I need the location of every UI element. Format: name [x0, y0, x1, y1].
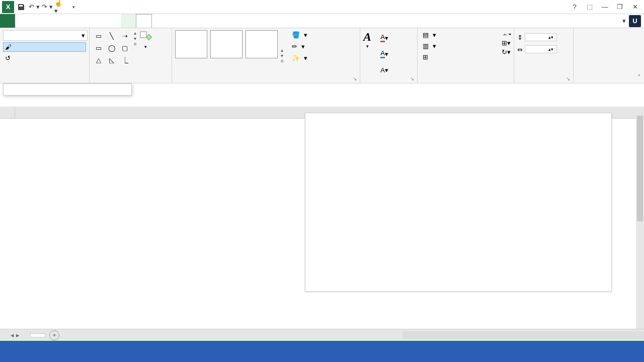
height-icon: ⇕	[517, 34, 523, 41]
quick-styles-button[interactable]: A ▾	[363, 30, 371, 81]
dialog-launcher-icon[interactable]: ↘	[566, 76, 572, 82]
maximize-icon[interactable]: ❐	[613, 1, 627, 13]
selection-pane-icon: ⊞	[423, 53, 428, 61]
height-input[interactable]: ▴▾	[525, 33, 557, 41]
shape-textbox-icon[interactable]: ▭	[93, 30, 105, 41]
collapse-ribbon-icon[interactable]: ˄	[637, 73, 641, 81]
title-bar: X ↶ ▾ ↷ ▾ ☝ ▾ ▾ ? ⬚ — ❐ ✕	[0, 0, 644, 14]
tab-file[interactable]	[0, 14, 15, 28]
shape-gallery[interactable]: ▭ ╲ ➝ ▭ ◯ ▢ △ ◺ ⎿	[93, 30, 131, 81]
quick-access-toolbar: X ↶ ▾ ↷ ▾ ☝ ▾ ▾	[0, 1, 79, 13]
help-icon[interactable]: ?	[568, 1, 582, 13]
embedded-chart[interactable]	[305, 113, 612, 292]
group-shape-styles: ▴▾≡ 🪣 ▾ ✏ ▾ ✨ ▾ ↘	[172, 28, 360, 83]
dialog-launcher-icon[interactable]: ↘	[353, 76, 359, 82]
select-all-corner[interactable]	[0, 107, 15, 119]
format-selection-button[interactable]: 🖌	[3, 42, 86, 52]
sheet-tab-bar: ◂ ▸ +	[0, 329, 644, 341]
touch-mode-icon[interactable]: ☝ ▾	[54, 1, 66, 13]
signed-in-user[interactable]: ▾ U	[619, 14, 644, 28]
group-label	[363, 81, 414, 82]
group-insert-shapes: ▭ ╲ ➝ ▭ ◯ ▢ △ ◺ ⎿ ▴▾≡ ▾	[90, 28, 172, 83]
tab-view[interactable]	[106, 14, 121, 28]
width-input[interactable]: ▴▾	[525, 45, 557, 53]
shape-rect-icon[interactable]: ▭	[93, 42, 105, 53]
shape-roundrect-icon[interactable]: ▢	[119, 42, 131, 53]
group-label	[517, 81, 570, 82]
undo-icon[interactable]: ↶ ▾	[28, 1, 40, 13]
group-icon[interactable]: ⊞▾	[502, 39, 512, 47]
shape-oval-icon[interactable]: ◯	[106, 42, 118, 53]
change-shape-button[interactable]: ▾	[139, 30, 153, 81]
selection-pane-button[interactable]: ⊞	[421, 52, 511, 62]
svg-rect-0	[140, 32, 146, 38]
group-arrange: ▤ ▾ ▥ ▾ ⊞ ⫠▾ ⊞▾ ↻▾	[418, 28, 514, 83]
sheet-tab[interactable]	[30, 333, 45, 337]
tab-design[interactable]	[121, 14, 136, 28]
horizontal-scrollbar[interactable]	[403, 331, 644, 339]
group-label	[93, 81, 169, 82]
shape-fill-button[interactable]: 🪣 ▾	[290, 30, 309, 40]
qat-customize-icon[interactable]: ▾	[67, 1, 79, 13]
tab-formulas[interactable]	[60, 14, 75, 28]
minimize-icon[interactable]: —	[598, 1, 612, 13]
send-backward-icon: ▥	[423, 42, 429, 50]
shape-rtriangle-icon[interactable]: ◺	[106, 54, 118, 65]
avatar: U	[629, 15, 641, 27]
outline-icon: ✏	[292, 43, 297, 50]
sheet-tab-nav[interactable]: ◂ ▸	[0, 331, 30, 339]
vertical-scrollbar[interactable]	[636, 107, 644, 329]
new-sheet-button[interactable]: +	[49, 330, 59, 340]
ribbon: ▾ 🖌 ↺ ▭ ╲ ➝ ▭ ◯ ▢ △ ◺ ⎿	[0, 28, 644, 83]
reset-to-match-style-button[interactable]: ↺	[3, 53, 86, 63]
shape-outline-button[interactable]: ✏ ▾	[290, 42, 309, 51]
chart-title[interactable]	[305, 113, 611, 119]
redo-icon[interactable]: ↷ ▾	[41, 1, 53, 13]
chart-element-dropdown[interactable]: ▾	[3, 30, 88, 41]
tab-insert[interactable]	[30, 14, 45, 28]
format-selection-tooltip	[3, 83, 132, 96]
shape-style-preset[interactable]	[210, 30, 243, 58]
svg-marker-1	[146, 34, 152, 40]
ribbon-display-icon[interactable]: ⬚	[583, 1, 597, 13]
text-fill-icon[interactable]: A▾	[375, 30, 393, 45]
change-shape-icon	[139, 30, 153, 44]
dialog-launcher-icon[interactable]: ↘	[410, 76, 416, 82]
ribbon-tabs: ▾ U	[0, 14, 644, 28]
group-wordart-styles: A ▾ A▾ A▾ A▾ ↘	[360, 28, 418, 83]
chart-plot-area[interactable]	[336, 119, 606, 253]
shape-gallery-more-icon[interactable]: ▴▾≡	[134, 30, 137, 47]
shape-elbow-icon[interactable]: ⎿	[119, 54, 131, 65]
effects-icon: ✨	[292, 54, 300, 62]
tab-format[interactable]	[136, 14, 152, 28]
shape-effects-button[interactable]: ✨ ▾	[290, 53, 309, 63]
group-label	[175, 81, 357, 82]
width-icon: ⇔	[517, 46, 523, 53]
shape-arrow-icon[interactable]: ➝	[119, 30, 131, 41]
shape-line-icon[interactable]: ╲	[106, 30, 118, 41]
format-selection-icon: 🖌	[5, 43, 12, 51]
text-outline-icon[interactable]: A▾	[375, 46, 393, 61]
chart-legend[interactable]	[305, 253, 611, 259]
bring-forward-icon: ▤	[423, 31, 429, 39]
shape-triangle-icon[interactable]: △	[93, 54, 105, 65]
tab-page-layout[interactable]	[45, 14, 60, 28]
tab-review[interactable]	[91, 14, 106, 28]
bring-forward-button[interactable]: ▤ ▾	[421, 30, 511, 40]
save-icon[interactable]	[15, 1, 27, 13]
group-current-selection: ▾ 🖌 ↺	[0, 28, 90, 83]
send-backward-button[interactable]: ▥ ▾	[421, 41, 511, 51]
group-label	[421, 81, 511, 82]
worksheet-area	[0, 107, 644, 329]
excel-icon[interactable]: X	[2, 1, 14, 13]
align-icon[interactable]: ⫠▾	[502, 30, 512, 38]
shape-style-preset[interactable]	[246, 30, 278, 58]
tab-data[interactable]	[75, 14, 91, 28]
shape-style-preset[interactable]	[175, 30, 207, 58]
rotate-icon[interactable]: ↻▾	[502, 48, 512, 56]
tab-home[interactable]	[15, 14, 30, 28]
text-effects-icon[interactable]: A▾	[375, 62, 393, 77]
shape-style-gallery-more-icon[interactable]: ▴▾≡	[281, 30, 284, 81]
watermark-text	[0, 342, 644, 362]
close-icon[interactable]: ✕	[628, 1, 642, 13]
